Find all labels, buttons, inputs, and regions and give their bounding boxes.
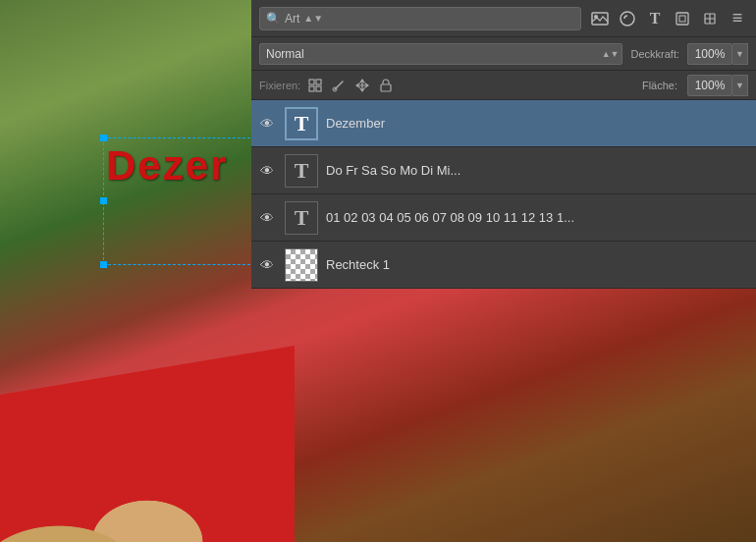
search-dropdown-icon: ▲▼: [303, 13, 323, 24]
opacity-label: Deckkraft:: [630, 48, 679, 60]
svg-rect-8: [316, 86, 321, 91]
selection-handle-bl[interactable]: [100, 261, 107, 268]
layer-thumbnail: T: [285, 107, 318, 140]
flache-value-text: 100%: [695, 79, 726, 92]
effects-icon[interactable]: [699, 8, 721, 29]
transform-icon[interactable]: [672, 8, 693, 29]
opacity-input[interactable]: 100%: [687, 43, 732, 65]
layer-name: Dezember: [326, 116, 750, 131]
panel-toolbar: 🔍 Art ▲▼ T: [251, 0, 756, 37]
text-layer-icon: T: [295, 111, 309, 136]
fix-lock-icon[interactable]: [377, 77, 395, 94]
layer-row[interactable]: 👁 T Do Fr Sa So Mo Di Mi...: [251, 147, 756, 194]
blend-mode-select[interactable]: Normal ▲▼: [259, 43, 622, 65]
selection-handle-tl[interactable]: [100, 135, 107, 141]
layer-visibility-toggle[interactable]: 👁: [257, 255, 277, 275]
svg-rect-3: [676, 13, 688, 25]
fix-move-icon[interactable]: [353, 77, 371, 94]
svg-rect-6: [316, 80, 321, 84]
svg-rect-5: [309, 80, 314, 84]
layer-row[interactable]: 👁 T Dezember: [251, 100, 756, 147]
layer-visibility-toggle[interactable]: 👁: [257, 161, 277, 181]
text-layer-icon: T: [295, 158, 309, 184]
blend-select-arrow: ▲▼: [602, 49, 620, 59]
opacity-value-text: 100%: [695, 47, 726, 61]
svg-rect-7: [309, 86, 314, 91]
svg-rect-4: [679, 16, 685, 22]
flache-label: Fläche:: [642, 80, 677, 91]
svg-rect-10: [381, 84, 391, 91]
fix-position-icon[interactable]: [306, 77, 324, 94]
more-icon[interactable]: ≡: [727, 8, 748, 29]
blend-opacity-row: Normal ▲▼ Deckkraft: 100% ▼: [251, 37, 756, 71]
layer-row[interactable]: 👁 T 01 02 03 04 05 06 07 08 09 10 11 12 …: [251, 194, 756, 242]
layer-thumbnail: T: [285, 201, 318, 235]
layer-name: Do Fr Sa So Mo Di Mi...: [326, 163, 750, 178]
svg-point-2: [621, 12, 634, 26]
fix-brush-icon[interactable]: [330, 77, 348, 94]
layer-name: Rechteck 1: [326, 257, 750, 272]
opacity-dropdown[interactable]: ▼: [732, 43, 748, 65]
text-layer-icon: T: [295, 205, 309, 231]
toolbar-icons: T ≡: [589, 8, 748, 29]
layer-row[interactable]: 👁 Rechteck 1: [251, 242, 756, 289]
search-box[interactable]: 🔍 Art ▲▼: [259, 7, 581, 30]
filter-icon[interactable]: [617, 8, 638, 29]
search-icon: 🔍: [266, 12, 281, 26]
fix-label: Fixieren:: [259, 80, 300, 91]
blend-mode-value: Normal: [266, 47, 304, 61]
flache-dropdown[interactable]: ▼: [732, 75, 748, 96]
fix-row: Fixieren:: [251, 71, 756, 100]
text-filter-icon[interactable]: T: [644, 8, 666, 29]
layer-name: 01 02 03 04 05 06 07 08 09 10 11 12 13 1…: [326, 210, 750, 225]
image-icon[interactable]: [589, 8, 611, 29]
layers-panel: 🔍 Art ▲▼ T: [251, 0, 756, 289]
selection-handle-ml[interactable]: [100, 197, 107, 204]
layer-thumbnail: T: [285, 154, 318, 188]
selection-box: [103, 137, 255, 265]
flache-input[interactable]: 100%: [687, 75, 732, 96]
layer-visibility-toggle[interactable]: 👁: [257, 114, 277, 134]
search-text: Art: [285, 12, 299, 26]
layer-thumbnail: [285, 248, 318, 282]
layer-visibility-toggle[interactable]: 👁: [257, 208, 277, 228]
